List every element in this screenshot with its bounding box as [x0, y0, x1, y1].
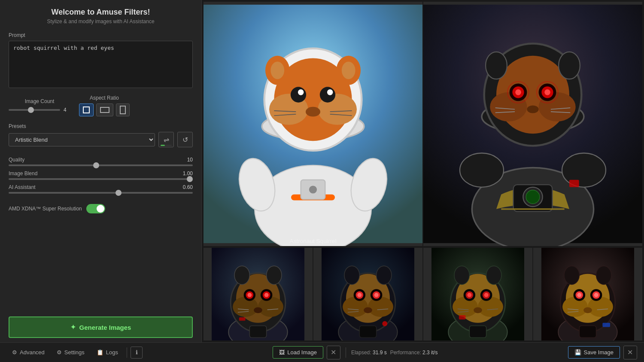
aspect-portrait-btn[interactable] [116, 103, 130, 116]
advanced-icon: ⚙ [12, 349, 17, 356]
info-button[interactable]: ℹ [131, 347, 143, 359]
svg-point-9 [291, 87, 306, 102]
svg-point-108 [454, 266, 469, 284]
advanced-button[interactable]: ⚙ Advanced [7, 347, 50, 358]
svg-point-51 [486, 52, 507, 79]
bottom-center: 🖼 Load Image ✕ Elapsed: 31.9 s Performan… [273, 346, 437, 359]
quality-slider[interactable] [9, 164, 193, 166]
svg-rect-73 [249, 326, 266, 338]
svg-point-100 [478, 297, 503, 317]
aspect-landscape-btn[interactable] [96, 103, 113, 116]
quality-label: Quality [9, 157, 24, 163]
image-blend-label: Image Blend [9, 170, 37, 176]
bottom-nav: ⚙ Advanced ⚙ Settings 📋 Logs ℹ [7, 347, 143, 359]
svg-rect-133 [579, 326, 596, 338]
load-image-button[interactable]: 🖼 Load Image [273, 346, 323, 359]
svg-rect-53 [569, 180, 579, 187]
portrait-icon [120, 106, 126, 114]
image-blend-slider[interactable] [9, 178, 193, 180]
svg-point-121 [583, 307, 592, 313]
delete-icon: ✕ [331, 348, 336, 356]
image-count-value: 4 [64, 107, 70, 113]
prompt-input[interactable]: robot squirrel with a red eyes [9, 41, 193, 88]
bottom-bar: ⚙ Advanced ⚙ Settings 📋 Logs ℹ 🖼 Load Im… [0, 342, 644, 362]
image-count-slider[interactable] [9, 109, 60, 111]
bottom-right: 💾 Save Image ✕ [568, 346, 637, 359]
amd-super-res-row: AMD XDNA™ Super Resolution [9, 204, 193, 213]
svg-point-120 [588, 297, 613, 317]
elapsed-label: Elapsed: 31.9 s [351, 350, 387, 356]
quality-section: Quality 10 [9, 157, 193, 166]
aspect-square-btn[interactable] [79, 103, 94, 116]
svg-text:Astronaut Squirrel: Astronaut Squirrel [290, 238, 337, 244]
svg-rect-74 [239, 317, 246, 321]
performance-label: Performance: 2.3 it/s [390, 350, 438, 356]
thumb-image-3[interactable] [423, 248, 532, 341]
svg-point-32 [526, 190, 540, 204]
svg-point-128 [564, 266, 579, 284]
ai-assistant-value: 0.60 [183, 184, 193, 190]
ai-assistant-label: AI Assistant [9, 184, 36, 190]
presets-section: Presets Artistic Blend Photo Realistic A… [9, 123, 193, 152]
svg-point-126 [577, 293, 581, 297]
svg-point-99 [453, 297, 478, 317]
image-blend-section: Image Blend 1.00 [9, 170, 193, 180]
svg-point-67 [264, 293, 269, 297]
large-image-1[interactable]: Astronaut Squirrel [204, 2, 422, 246]
save-image-label: Save Image [584, 349, 614, 356]
generate-button[interactable]: ✦ Generate Images [9, 316, 193, 338]
bottom-image-grid [202, 248, 644, 342]
refresh-icon: ↺ [182, 136, 188, 144]
refresh-button[interactable]: ↺ [177, 132, 193, 147]
generate-icon: ✦ [70, 323, 76, 331]
svg-point-119 [562, 297, 588, 317]
svg-point-8 [306, 107, 320, 117]
amd-super-res-label: AMD XDNA™ Super Resolution [9, 206, 82, 212]
save-image-icon: 💾 [574, 349, 581, 356]
svg-point-16 [342, 61, 355, 79]
ai-assistant-slider[interactable] [9, 192, 193, 194]
shuffle-button[interactable]: ⇌ [158, 132, 174, 147]
logs-label: Logs [106, 349, 118, 356]
svg-point-88 [344, 266, 359, 284]
svg-point-86 [357, 293, 361, 297]
logs-icon: 📋 [97, 349, 103, 356]
svg-point-46 [527, 105, 538, 113]
large-image-2[interactable] [423, 2, 642, 246]
generate-label: Generate Images [79, 324, 131, 331]
svg-point-94 [382, 321, 387, 326]
settings-label: Settings [64, 349, 85, 356]
amd-super-res-toggle[interactable] [86, 204, 105, 213]
prompt-label: Prompt [9, 32, 193, 38]
top-image-grid: Astronaut Squirrel [202, 0, 644, 248]
thumb-image-1[interactable] [204, 248, 313, 341]
settings-button[interactable]: ⚙ Settings [52, 347, 90, 358]
svg-point-69 [267, 266, 282, 284]
svg-point-43 [544, 89, 550, 95]
info-icon: ℹ [136, 349, 138, 356]
save-image-button[interactable]: 💾 Save Image [568, 346, 620, 359]
thumb-image-2[interactable] [313, 248, 422, 341]
preset-select[interactable]: Artistic Blend Photo Realistic Anime Sty… [9, 133, 155, 146]
svg-point-109 [486, 266, 501, 284]
divider-1 [127, 347, 127, 358]
performance-value: 2.3 it/s [422, 350, 437, 356]
logs-button[interactable]: 📋 Logs [91, 347, 123, 358]
svg-point-24 [309, 186, 317, 193]
svg-point-66 [247, 293, 252, 297]
delete-save-button[interactable]: ✕ [623, 346, 637, 359]
delete-load-button[interactable]: ✕ [327, 346, 340, 359]
svg-point-12 [327, 89, 333, 95]
advanced-label: Advanced [20, 349, 45, 356]
svg-rect-93 [359, 326, 376, 338]
svg-rect-113 [469, 326, 486, 338]
svg-rect-134 [602, 323, 610, 327]
delete-save-icon: ✕ [627, 348, 633, 356]
thumb-image-4[interactable] [533, 248, 642, 341]
right-panel: Astronaut Squirrel [202, 0, 644, 342]
svg-point-101 [474, 307, 482, 313]
elapsed-value: 31.9 s [373, 350, 387, 356]
shuffle-icon: ⇌ [164, 136, 169, 144]
svg-point-61 [254, 307, 262, 313]
app-subtitle: Stylize & and modify images with AI Assi… [9, 18, 193, 24]
